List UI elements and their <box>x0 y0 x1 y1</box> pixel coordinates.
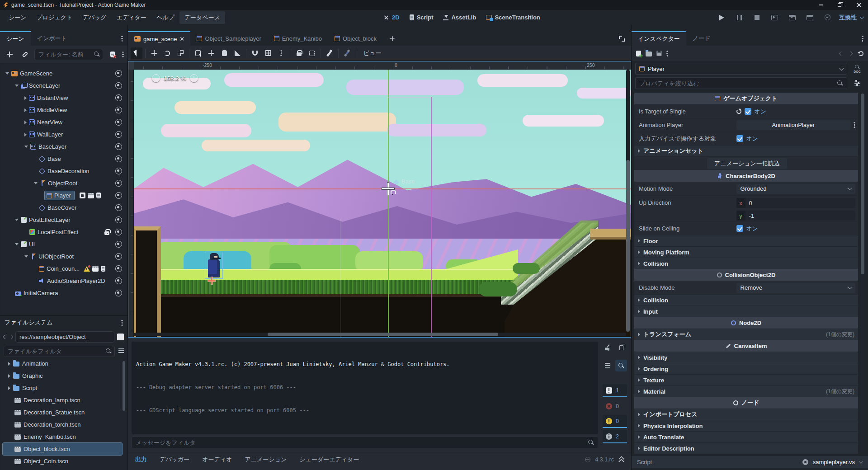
list-select-button[interactable] <box>192 47 204 59</box>
visibility-toggle[interactable] <box>115 277 122 284</box>
inspector-scroll-thumb[interactable] <box>861 94 864 274</box>
category-node[interactable]: ノード <box>634 397 858 409</box>
checkbox-checked[interactable] <box>745 108 751 115</box>
tree-row-player[interactable]: Player <box>3 189 125 202</box>
group-animation-set[interactable]: アニメーションセット <box>634 145 858 156</box>
tree-row-objectroot[interactable]: ObjectRoot <box>3 177 125 189</box>
node-selector[interactable]: Player <box>635 63 847 75</box>
clear-output-button[interactable] <box>602 342 613 353</box>
instance-scene-button[interactable] <box>19 48 31 60</box>
tree-row-basecover[interactable]: BaseCover <box>3 202 125 214</box>
mode-script-button[interactable]: Script <box>410 14 434 21</box>
category-node2d[interactable]: Node2D <box>634 317 858 329</box>
tab-scene[interactable]: シーン <box>0 31 31 46</box>
movie-maker-button[interactable] <box>821 12 833 24</box>
split-mode-button[interactable] <box>117 334 124 340</box>
file-row-object-coin[interactable]: Object_Coin.tscn <box>3 455 122 467</box>
new-resource-button[interactable] <box>636 51 641 56</box>
group-moving-platform[interactable]: Moving Platform <box>634 246 858 258</box>
add-node-button[interactable] <box>4 48 15 60</box>
load-resource-button[interactable] <box>646 52 652 56</box>
detach-script-button[interactable] <box>107 48 118 60</box>
pause-button[interactable] <box>733 12 745 24</box>
horizontal-scrollbar[interactable] <box>134 333 626 336</box>
tree-row-coincounter[interactable]: Coin_coun... <box>3 263 125 275</box>
attached-script-icon[interactable] <box>96 193 101 198</box>
mode-2d-button[interactable]: 2D <box>383 14 400 21</box>
property-tools-button[interactable] <box>850 77 864 89</box>
tree-row-localposteffect[interactable]: LocalPostEffect <box>3 226 125 238</box>
player-sprite[interactable] <box>205 252 223 279</box>
inspector-scrollbar[interactable] <box>861 94 864 452</box>
category-characterbody2d[interactable]: CharacterBody2D <box>634 170 858 182</box>
sort-files-button[interactable] <box>118 348 124 354</box>
tree-row-basedecoration[interactable]: BaseDecoration <box>3 165 125 177</box>
tree-row-walllayer[interactable]: WallLayer <box>3 128 125 141</box>
nav-forward-icon[interactable] <box>9 334 14 339</box>
editable-children-icon[interactable] <box>80 193 85 198</box>
skeleton-button[interactable] <box>324 47 335 59</box>
new-tab-button[interactable] <box>383 31 401 46</box>
visibility-toggle[interactable] <box>115 155 122 162</box>
tree-row-distantview[interactable]: DistantView <box>3 92 125 104</box>
bulk-load-animations-button[interactable]: アニメーション一括読込 <box>707 158 787 169</box>
zoom-in-button[interactable] <box>190 74 198 82</box>
inspector-menu-icon[interactable] <box>862 35 863 42</box>
tab-object-block[interactable]: Object_block <box>328 31 383 46</box>
file-row-decoration-torch[interactable]: Decoration_torch.tscn <box>3 418 122 431</box>
skeleton-options-button[interactable] <box>341 47 353 59</box>
visibility-toggle[interactable] <box>115 119 122 126</box>
visibility-toggle[interactable] <box>115 229 122 235</box>
group-physics-interpolation[interactable]: Physics Interpolation <box>634 420 858 431</box>
up-direction-x-field[interactable]: x0 <box>736 198 855 208</box>
group-input[interactable]: Input <box>634 306 858 317</box>
property-filter-input[interactable] <box>635 77 847 89</box>
output-log[interactable]: Action Game Maker v4.3.1.rc. (c) 2007-pr… <box>132 342 598 434</box>
tab-animation[interactable]: アニメーション <box>245 456 287 464</box>
tab-inspector[interactable]: インスペクター <box>632 31 686 46</box>
play-scene-button[interactable] <box>786 12 798 24</box>
message-filter-input[interactable] <box>132 437 598 448</box>
restore-button[interactable] <box>830 0 849 10</box>
minimize-button[interactable] <box>811 0 830 10</box>
move-pivot-button[interactable] <box>205 47 217 59</box>
group-import-process[interactable]: インポートプロセス <box>634 409 858 420</box>
tab-shader-editor[interactable]: シェーダーエディター <box>299 456 359 464</box>
visibility-toggle[interactable] <box>115 216 122 223</box>
menu-debug[interactable]: デバッグ <box>77 11 111 24</box>
path-field[interactable] <box>15 331 114 343</box>
save-resource-button[interactable] <box>656 51 662 56</box>
attached-script-icon[interactable] <box>101 266 105 272</box>
warning-filter-toggle[interactable]: 0 <box>603 415 627 428</box>
distraction-free-button[interactable] <box>616 33 627 44</box>
search-output-button[interactable] <box>615 360 627 371</box>
grid-snap-button[interactable] <box>262 47 274 59</box>
scene-tree-menu-icon[interactable] <box>122 51 124 58</box>
visibility-toggle[interactable] <box>115 204 122 211</box>
group-texture[interactable]: Texture <box>634 374 858 385</box>
tree-row-initialcamera[interactable]: InitialCamera <box>3 287 125 299</box>
error-filter-toggle[interactable]: 0 <box>603 400 627 413</box>
vertical-scrollbar[interactable] <box>626 70 630 332</box>
tree-row-scenelayer[interactable]: SceneLayer <box>3 80 125 92</box>
ruler-tool-button[interactable] <box>231 47 243 59</box>
visibility-toggle[interactable] <box>115 143 122 150</box>
group-transform[interactable]: トランスフォーム(1個の変更) <box>634 329 858 340</box>
stop-button[interactable] <box>751 12 763 24</box>
file-row-decoration-lamp[interactable]: Decoration_lamp.tscn <box>3 394 122 406</box>
rotate-tool-button[interactable] <box>161 47 173 59</box>
menu-database[interactable]: データベース <box>179 11 225 24</box>
tree-row-nearview[interactable]: NearView <box>3 116 125 128</box>
motion-mode-select[interactable]: Grounded <box>736 184 855 194</box>
file-row-decoration-statue[interactable]: Decoration_Statue.tscn <box>3 406 122 418</box>
expand-bottom-panel-button[interactable] <box>618 457 624 462</box>
tree-row-middleview[interactable]: MiddleView <box>3 104 125 116</box>
notice-filter-toggle[interactable]: 1 <box>603 384 627 397</box>
animation-player-picker[interactable]: AnimationPlayer <box>736 120 850 130</box>
visibility-toggle[interactable] <box>115 82 122 89</box>
viewport[interactable]: Base 168.2 % -250 0 250 <box>128 61 631 338</box>
warning-icon[interactable] <box>84 266 90 272</box>
category-collisionobject2d[interactable]: CollisionObject2D <box>634 269 858 281</box>
menu-help[interactable]: ヘルプ <box>151 11 179 24</box>
open-documentation-button[interactable]: DOC <box>850 63 864 75</box>
